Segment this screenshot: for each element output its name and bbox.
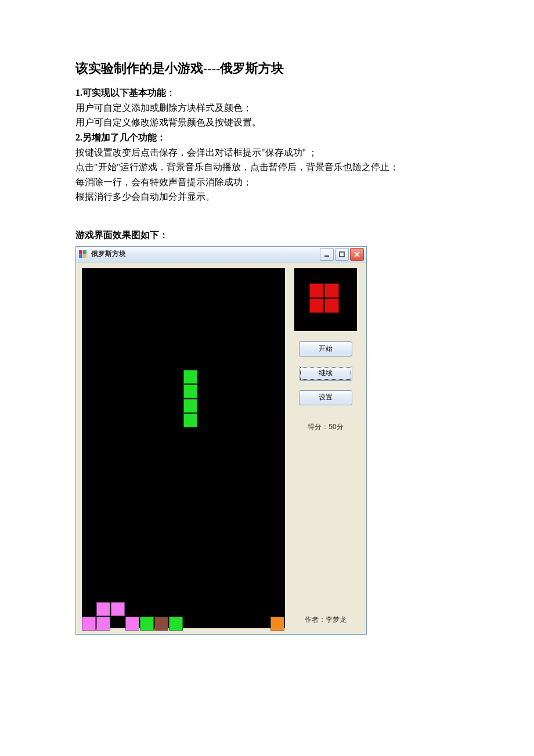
window-body: 开始 继续 设置 得分：50分 作者：李梦龙: [76, 262, 366, 634]
section1-line: 用户可自定义添加或删除方块样式及颜色；: [75, 100, 459, 116]
author-label: 作者：李梦龙: [305, 614, 347, 628]
game-playfield: [82, 268, 285, 628]
tetris-block: [125, 617, 139, 631]
preview-block: [309, 283, 324, 298]
score-label: 得分：50分: [308, 422, 343, 433]
section2-line: 按键设置改变后点击保存，会弹出对话框提示"保存成功" ；: [75, 145, 459, 160]
settings-button-label: 设置: [319, 392, 333, 403]
section2-line: 根据消行多少会自动加分并显示。: [75, 189, 459, 204]
svg-rect-5: [340, 252, 344, 257]
side-panel: 开始 继续 设置 得分：50分 作者：李梦龙: [291, 268, 360, 628]
section2-heading: 2.另增加了几个功能：: [75, 130, 459, 145]
svg-rect-3: [83, 254, 86, 258]
section1-line: 用户可自定义修改游戏背景颜色及按键设置。: [75, 115, 459, 130]
next-piece-preview: [294, 268, 357, 331]
page-title: 该实验制作的是小游戏----俄罗斯方块: [75, 58, 459, 78]
tetris-block: [183, 399, 197, 413]
tetris-block: [183, 370, 197, 384]
section2-line: 每消除一行，会有特效声音提示消除成功；: [75, 175, 459, 190]
continue-button[interactable]: 继续: [299, 366, 352, 381]
tetris-block: [96, 617, 110, 631]
document-page: 该实验制作的是小游戏----俄罗斯方块 1.可实现以下基本功能： 用户可自定义添…: [0, 0, 534, 669]
preview-block: [324, 298, 339, 313]
start-button[interactable]: 开始: [299, 341, 352, 357]
app-icon: [78, 250, 88, 259]
tetris-block: [111, 602, 125, 616]
svg-rect-0: [79, 250, 82, 254]
titlebar: 俄罗斯方块: [76, 247, 366, 262]
settings-button[interactable]: 设置: [299, 390, 352, 405]
window-title: 俄罗斯方块: [91, 249, 320, 260]
section2-line: 点击"开始"运行游戏，背景音乐自动播放，点击暂停后，背景音乐也随之停止；: [75, 160, 459, 175]
continue-button-label: 继续: [319, 368, 333, 379]
tetris-block: [169, 617, 183, 631]
minimize-button[interactable]: [320, 248, 334, 261]
svg-rect-2: [79, 254, 82, 258]
svg-rect-1: [83, 250, 86, 254]
tetris-block: [96, 602, 110, 616]
preview-block: [324, 283, 339, 298]
start-button-label: 开始: [319, 343, 333, 354]
tetris-block: [270, 617, 284, 631]
tetris-block: [140, 617, 154, 631]
close-button[interactable]: [350, 248, 364, 261]
preview-block: [309, 298, 324, 313]
section1-heading: 1.可实现以下基本功能：: [75, 85, 459, 100]
tetris-block: [154, 617, 168, 631]
maximize-button[interactable]: [335, 248, 349, 261]
tetris-block: [183, 384, 197, 398]
tetris-block: [82, 617, 96, 631]
screenshot-caption: 游戏界面效果图如下：: [75, 228, 459, 243]
window-controls: [320, 248, 364, 261]
app-window: 俄罗斯方块 开始 继续: [75, 246, 367, 635]
tetris-block: [183, 413, 197, 427]
